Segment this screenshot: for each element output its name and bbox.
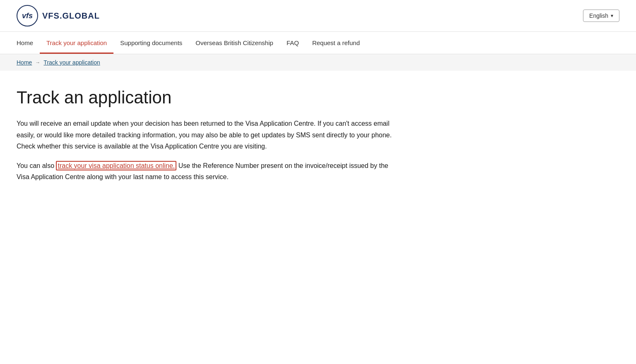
nav-track-application[interactable]: Track your application (40, 32, 113, 54)
track-status-link[interactable]: track your visa application status onlin… (56, 161, 176, 170)
logo-area: vfs VFS.GLOBAL (17, 5, 100, 26)
logo-initials: vfs (22, 12, 33, 20)
logo-name: VFS.GLOBAL (42, 11, 100, 21)
paragraph2-before: You can also (17, 162, 56, 169)
language-selector[interactable]: English (583, 10, 619, 22)
logo-icon: vfs (17, 5, 38, 26)
breadcrumb-arrow: → (35, 60, 40, 65)
breadcrumb-current[interactable]: Track your application (43, 59, 100, 66)
content-paragraph-1: You will receive an email update when yo… (17, 118, 398, 152)
nav-overseas-british-citizenship[interactable]: Overseas British Citizenship (189, 32, 280, 54)
nav-request-refund[interactable]: Request a refund (306, 32, 366, 54)
site-header: vfs VFS.GLOBAL English (0, 0, 636, 32)
breadcrumb-home[interactable]: Home (17, 59, 32, 66)
nav-faq[interactable]: FAQ (280, 32, 306, 54)
page-title: Track an application (17, 87, 439, 108)
content-paragraph-2: You can also track your visa application… (17, 160, 398, 182)
breadcrumb: Home → Track your application (0, 54, 636, 71)
nav-home[interactable]: Home (17, 32, 40, 54)
nav-supporting-documents[interactable]: Supporting documents (113, 32, 189, 54)
main-nav: Home Track your application Supporting d… (0, 32, 636, 54)
main-content: Track an application You will receive an… (0, 71, 455, 207)
